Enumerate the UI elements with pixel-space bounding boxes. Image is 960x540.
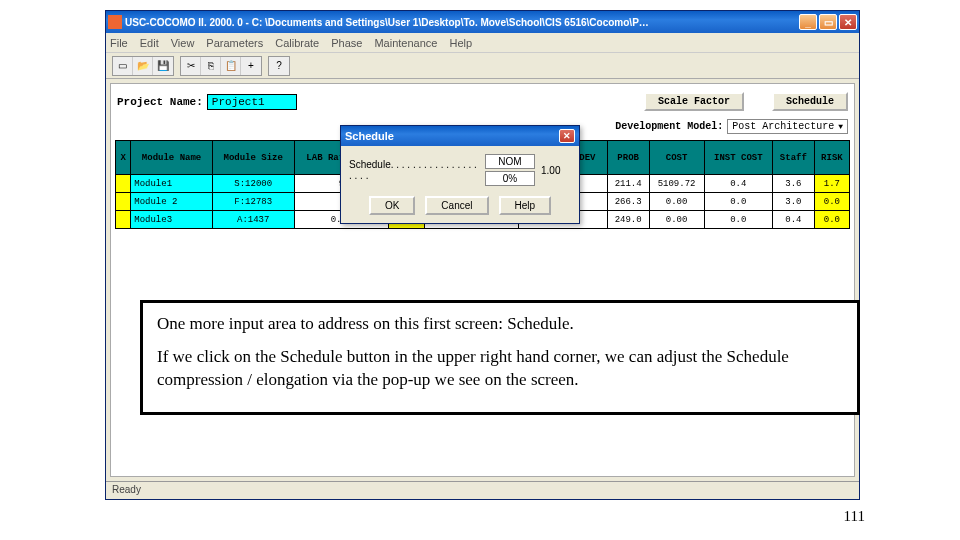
open-icon[interactable]: 📂 [133, 57, 153, 75]
menu-parameters[interactable]: Parameters [206, 37, 263, 49]
chevron-down-icon: ▼ [838, 122, 843, 131]
size-cell[interactable]: F:12783 [212, 193, 294, 211]
close-button[interactable]: ✕ [839, 14, 857, 30]
titlebar: USC-COCOMO II. 2000. 0 - C: \Documents a… [106, 11, 859, 33]
annotation-p1: One more input area to address on this f… [157, 313, 843, 336]
col-module-name: Module Name [131, 141, 213, 175]
page-number: 111 [844, 508, 865, 525]
add-icon[interactable]: + [241, 57, 261, 75]
x-cell[interactable] [116, 211, 131, 229]
project-name-input[interactable]: Project1 [207, 94, 297, 110]
paste-icon[interactable]: 📋 [221, 57, 241, 75]
menu-phase[interactable]: Phase [331, 37, 362, 49]
app-window: USC-COCOMO II. 2000. 0 - C: \Documents a… [105, 10, 860, 500]
col-staff: Staff [772, 141, 814, 175]
schedule-button[interactable]: Schedule [772, 92, 848, 111]
dev-model-select[interactable]: Post Architecture ▼ [727, 119, 848, 134]
dialog-close-button[interactable]: ✕ [559, 129, 575, 143]
module-name-cell[interactable]: Module3 [131, 211, 213, 229]
menu-edit[interactable]: Edit [140, 37, 159, 49]
dev-model-value: Post Architecture [732, 121, 834, 132]
dialog-cancel-button[interactable]: Cancel [425, 196, 488, 215]
schedule-rating-select[interactable]: NOM [485, 154, 535, 169]
menu-view[interactable]: View [171, 37, 195, 49]
save-icon[interactable]: 💾 [153, 57, 173, 75]
minimize-button[interactable]: _ [799, 14, 817, 30]
menu-file[interactable]: File [110, 37, 128, 49]
menu-calibrate[interactable]: Calibrate [275, 37, 319, 49]
scale-factor-button[interactable]: Scale Factor [644, 92, 744, 111]
help-icon[interactable]: ? [269, 57, 289, 75]
size-cell[interactable]: S:12000 [212, 175, 294, 193]
schedule-value: 1.00 [541, 165, 571, 176]
module-name-cell[interactable]: Module 2 [131, 193, 213, 211]
dev-model-label: Development Model: [615, 121, 723, 132]
x-cell[interactable] [116, 175, 131, 193]
maximize-button[interactable]: ▭ [819, 14, 837, 30]
new-icon[interactable]: ▭ [113, 57, 133, 75]
dialog-ok-button[interactable]: OK [369, 196, 415, 215]
menu-maintenance[interactable]: Maintenance [374, 37, 437, 49]
col-module-size: Module Size [212, 141, 294, 175]
col-x: X [116, 141, 131, 175]
module-name-cell[interactable]: Module1 [131, 175, 213, 193]
toolbar: ▭ 📂 💾 ✂ ⎘ 📋 + ? [106, 53, 859, 79]
cut-icon[interactable]: ✂ [181, 57, 201, 75]
size-cell[interactable]: A:1437 [212, 211, 294, 229]
dialog-help-button[interactable]: Help [499, 196, 552, 215]
dialog-titlebar: Schedule ✕ [341, 126, 579, 146]
window-title: USC-COCOMO II. 2000. 0 - C: \Documents a… [125, 17, 799, 28]
col-risk: RISK [814, 141, 849, 175]
statusbar: Ready [106, 481, 859, 499]
menu-help[interactable]: Help [449, 37, 472, 49]
x-cell[interactable] [116, 193, 131, 211]
project-name-label: Project Name: [117, 96, 203, 108]
schedule-dialog: Schedule ✕ Schedule. . . . . . . . . . .… [340, 125, 580, 224]
copy-icon[interactable]: ⎘ [201, 57, 221, 75]
menubar: File Edit View Parameters Calibrate Phas… [106, 33, 859, 53]
dialog-title: Schedule [345, 130, 394, 142]
schedule-field-label: Schedule. . . . . . . . . . . . . . . . … [349, 159, 479, 181]
annotation-box: One more input area to address on this f… [140, 300, 860, 415]
col-inst-cost: INST COST [704, 141, 772, 175]
col-prob: PROB [607, 141, 649, 175]
schedule-percent-select[interactable]: 0% [485, 171, 535, 186]
col-cost: COST [649, 141, 704, 175]
annotation-p2: If we click on the Schedule button in th… [157, 346, 843, 392]
app-icon [108, 15, 122, 29]
